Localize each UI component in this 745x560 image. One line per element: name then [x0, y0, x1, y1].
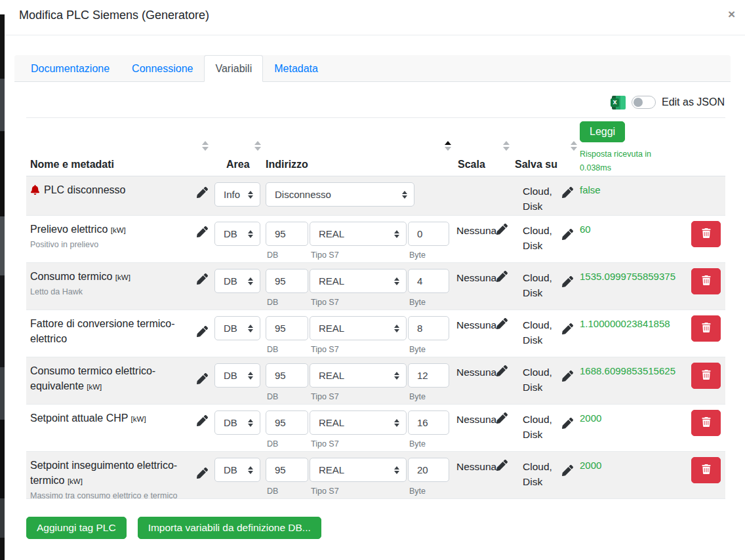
- tipo-s7-label: Tipo S7: [311, 250, 339, 260]
- s7-type-select[interactable]: REAL: [310, 222, 407, 246]
- sort-arrow-scala[interactable]: [445, 141, 451, 151]
- import-variables-button[interactable]: Importa variabili da definizione DB...: [138, 517, 321, 539]
- byte-input[interactable]: [408, 410, 449, 435]
- s7-type-select[interactable]: REAL: [310, 316, 407, 340]
- tab-connessione[interactable]: Connessione: [121, 55, 204, 82]
- delete-row-button[interactable]: [691, 363, 721, 389]
- byte-input[interactable]: [408, 222, 449, 246]
- s7-type-select[interactable]: REAL: [310, 410, 407, 435]
- scale-cell: Nessuna: [456, 224, 508, 237]
- edit-scale-icon[interactable]: [496, 460, 508, 473]
- edit-value-icon[interactable]: [562, 323, 573, 337]
- sort-arrow-area[interactable]: [202, 141, 209, 151]
- edit-name-icon[interactable]: [197, 415, 208, 429]
- edit-json-toggle[interactable]: [632, 96, 656, 109]
- read-button[interactable]: Leggi: [580, 121, 625, 142]
- table-header: Nome e metadati Area Indirizzo Scala Sal…: [26, 118, 725, 176]
- scale-value: Nessuna: [456, 414, 496, 426]
- byte-input[interactable]: [408, 316, 449, 340]
- delete-row-button[interactable]: [691, 315, 721, 342]
- tipo-s7-label: Tipo S7: [311, 298, 339, 307]
- edit-value-icon[interactable]: [562, 276, 573, 290]
- sort-arrow-indirizzo[interactable]: [254, 141, 261, 151]
- edit-scale-icon[interactable]: [496, 224, 508, 237]
- edit-value-icon[interactable]: [562, 229, 573, 243]
- edit-name-icon[interactable]: [197, 468, 208, 481]
- modal-title: Modifica PLC Siemens (Generatore): [19, 9, 209, 22]
- edit-value-icon[interactable]: [562, 370, 573, 384]
- db-number-input[interactable]: [266, 316, 308, 340]
- s7-type-select[interactable]: REAL: [310, 458, 407, 482]
- edit-json-label: Edit as JSON: [662, 96, 725, 108]
- tab-variabili[interactable]: Variabili: [204, 55, 263, 82]
- scale-value: Nessuna: [456, 461, 496, 473]
- save-to-cell: Cloud, Disk: [523, 459, 561, 489]
- scale-cell: Nessuna: [456, 365, 508, 379]
- address-select[interactable]: Disconnesso: [266, 182, 414, 207]
- s7-type-select[interactable]: REAL: [310, 363, 407, 388]
- s7-type-select[interactable]: REAL: [310, 269, 407, 293]
- area-select[interactable]: DB: [214, 222, 260, 246]
- delete-row-button[interactable]: [691, 221, 721, 247]
- edit-value-icon[interactable]: [562, 418, 573, 431]
- sort-arrow-valore[interactable]: [571, 141, 577, 151]
- tab-metadata[interactable]: Metadata: [263, 55, 329, 82]
- variable-row: Consumo termico elettrico-equivalente [k…: [26, 357, 725, 405]
- byte-input[interactable]: [408, 458, 449, 482]
- tag-name-cell: PLC disconnesso: [30, 182, 197, 199]
- tag-name-cell: Setpoint attuale CHP [kW]: [30, 410, 197, 427]
- area-select[interactable]: DB: [214, 458, 260, 482]
- delete-row-button[interactable]: [691, 410, 721, 436]
- select-caret-icon: [248, 325, 253, 332]
- select-caret-icon: [248, 230, 253, 238]
- edit-scale-icon[interactable]: [496, 365, 508, 379]
- sort-arrow-salva-su[interactable]: [503, 141, 510, 151]
- db-number-input[interactable]: [266, 410, 308, 435]
- area-select[interactable]: DB: [214, 316, 260, 340]
- delete-row-button[interactable]: [691, 268, 721, 294]
- edit-scale-icon[interactable]: [496, 318, 508, 332]
- edit-name-icon[interactable]: [197, 326, 208, 340]
- close-icon[interactable]: ×: [725, 5, 738, 23]
- save-to-cell: Cloud, Disk: [523, 184, 561, 214]
- tab-bar: DocumentazioneConnessioneVariabiliMetada…: [14, 55, 731, 82]
- edit-scale-icon[interactable]: [496, 412, 508, 426]
- edit-value-icon[interactable]: [562, 187, 573, 201]
- area-select[interactable]: Info: [214, 182, 260, 207]
- tag-unit: [kW]: [131, 415, 146, 423]
- db-number-input[interactable]: [266, 269, 308, 293]
- add-plc-tag-button[interactable]: Aggiungi tag PLC: [26, 517, 127, 539]
- save-to-cell: Cloud, Disk: [523, 317, 561, 348]
- column-header-area: Area: [226, 159, 250, 170]
- edit-scale-icon[interactable]: [496, 271, 508, 285]
- edit-value-icon[interactable]: [562, 465, 573, 479]
- area-select[interactable]: DB: [214, 410, 260, 435]
- byte-label: Byte: [409, 392, 426, 401]
- edit-name-icon[interactable]: [197, 226, 208, 240]
- edit-name-icon[interactable]: [197, 373, 208, 387]
- edit-name-icon[interactable]: [197, 187, 208, 201]
- trash-icon: [702, 417, 711, 429]
- scale-cell: Nessuna: [456, 460, 508, 473]
- tag-value: false: [580, 184, 601, 195]
- variable-row: Prelievo elettrico [kW] Positivo in prel…: [26, 216, 725, 263]
- table-rows: PLC disconnesso Info DisconnessoCloud, D…: [26, 176, 725, 499]
- byte-label: Byte: [409, 487, 426, 496]
- delete-row-button[interactable]: [691, 457, 721, 483]
- save-to-cell: Cloud, Disk: [523, 270, 561, 300]
- byte-input[interactable]: [408, 363, 449, 388]
- edit-name-icon[interactable]: [197, 273, 208, 287]
- byte-input[interactable]: [408, 269, 449, 293]
- tag-unit: [kW]: [111, 226, 126, 234]
- tab-documentazione[interactable]: Documentazione: [20, 55, 121, 82]
- tag-name: Prelievo elettrico: [30, 224, 108, 235]
- area-select[interactable]: DB: [214, 269, 260, 293]
- area-select[interactable]: DB: [214, 363, 260, 388]
- scale-value: Nessuna: [456, 272, 496, 284]
- byte-label: Byte: [409, 439, 426, 449]
- db-number-input[interactable]: [266, 363, 308, 388]
- db-number-input[interactable]: [266, 458, 308, 482]
- db-label: DB: [267, 487, 278, 496]
- variable-row: Fattore di conversione termico-elettrico…: [26, 310, 725, 357]
- db-number-input[interactable]: [266, 222, 308, 246]
